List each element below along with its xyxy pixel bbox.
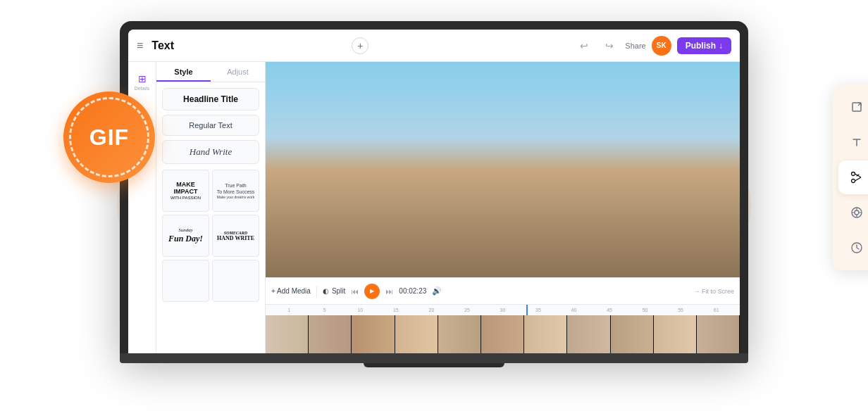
gif-filters-icon	[847, 203, 867, 222]
context-menu-item-trim[interactable]: Trim GIF	[838, 160, 868, 194]
redo-button[interactable]: ↪	[600, 36, 619, 56]
timeline-thumb-1	[266, 315, 309, 353]
add-text-icon	[847, 132, 867, 152]
trim-gif-icon	[847, 167, 867, 187]
tab-adjust[interactable]: Adjust	[211, 62, 265, 82]
undo-button[interactable]: ↩	[574, 36, 594, 56]
context-menu: Resize GIF Add Text Trim GIF	[833, 84, 868, 270]
add-media-button[interactable]: + Add Media	[271, 287, 311, 295]
grid-item-handwrite[interactable]: SOMECARD HAND WRITE	[212, 215, 259, 257]
context-menu-item-filters[interactable]: GIF Filters	[838, 196, 868, 229]
resize-gif-icon	[847, 97, 867, 117]
gif-badge: GIF	[63, 91, 155, 183]
marker-5: 20	[414, 308, 450, 312]
divider	[316, 286, 317, 297]
volume-button[interactable]: 🔊	[432, 286, 442, 296]
top-bar-actions: ↩ ↪ Share SK Publish ↓	[574, 36, 731, 56]
grid-item-truepath[interactable]: True Path To More Success Make your drea…	[212, 170, 259, 212]
text-grid: MAKE IMPACT With Passion True Path To Mo…	[156, 170, 265, 302]
laptop: ≡ Text + ↩ ↪ Share SK Publish ↓	[120, 21, 748, 404]
timeline-cursor	[526, 305, 528, 315]
marker-6: 25	[450, 308, 485, 312]
photo-background	[266, 62, 740, 277]
scene: GIF ≡ Text + ↩ ↪ Share SK Publis	[0, 0, 868, 411]
share-button[interactable]: Share	[625, 42, 645, 50]
canvas-photo	[266, 62, 740, 277]
top-bar: ≡ Text + ↩ ↪ Share SK Publish ↓	[128, 30, 740, 62]
menu-icon[interactable]: ≡	[137, 39, 143, 52]
text-options: Headline Title Regular Text Hand Write	[156, 82, 265, 170]
handwrite-option[interactable]: Hand Write	[162, 140, 259, 164]
marker-9: 40	[556, 308, 592, 312]
app-body: ⊞ Details ⬡ Elements ✎ Draw	[128, 62, 740, 353]
marker-11: 50	[627, 308, 663, 312]
timeline-thumb-4	[395, 315, 438, 353]
add-button[interactable]: +	[352, 37, 368, 54]
sidebar-item-details[interactable]: ⊞ Details	[131, 70, 154, 93]
marker-3: 10	[342, 308, 378, 312]
page-title: Text	[151, 39, 346, 52]
time-display: 00:02:23	[399, 287, 426, 295]
split-button[interactable]: ◐ Split	[323, 287, 345, 295]
tab-style[interactable]: Style	[156, 62, 211, 82]
context-menu-item-speed[interactable]: Adjust Speed	[838, 231, 868, 265]
grid-item-empty1[interactable]	[162, 260, 209, 302]
grid-item-empty2[interactable]	[212, 260, 259, 302]
timeline-markers: 1 5 10 15 20 25 30 35 40 45 50 55	[266, 304, 740, 315]
bottom-bar: + Add Media ◐ Split ⏮ ▶ ⏭ 00:02:23	[266, 277, 740, 304]
timeline-thumb-9	[611, 315, 654, 353]
timeline-thumb-2	[309, 315, 352, 353]
grid-item-funday[interactable]: Sunday Fun Day!	[162, 215, 209, 257]
timeline-thumb-5	[438, 315, 481, 353]
laptop-screen: ≡ Text + ↩ ↪ Share SK Publish ↓	[128, 30, 740, 353]
skip-back-button[interactable]: ⏮	[351, 287, 359, 296]
avatar: SK	[652, 36, 671, 56]
play-button[interactable]: ▶	[364, 284, 380, 299]
marker-4: 15	[378, 308, 414, 312]
svg-point-24	[852, 172, 855, 176]
sidebar-item-label-details: Details	[135, 86, 149, 91]
timeline-thumb-11	[697, 315, 740, 353]
marker-13: 61	[698, 308, 734, 312]
timeline-thumb-10	[654, 315, 697, 353]
timeline-controls: ⏮ ▶ ⏭ 00:02:23	[351, 284, 426, 299]
fit-to-screen-button[interactable]: → Fit to Scree	[693, 288, 734, 295]
timeline-thumb-8	[567, 315, 610, 353]
svg-point-25	[852, 179, 855, 183]
timeline-thumb-7	[524, 315, 567, 353]
timeline-strip	[266, 315, 740, 353]
adjust-speed-icon	[847, 238, 867, 258]
laptop-screen-border: ≡ Text + ↩ ↪ Share SK Publish ↓	[120, 21, 748, 353]
grid-item-impact[interactable]: MAKE IMPACT With Passion	[162, 170, 209, 212]
context-menu-item-addtext[interactable]: Add Text	[838, 125, 868, 159]
context-menu-item-resize[interactable]: Resize GIF	[838, 90, 868, 124]
panel-tabs: Style Adjust	[156, 62, 265, 82]
publish-button[interactable]: Publish ↓	[677, 37, 731, 54]
timeline-thumb-6	[481, 315, 524, 353]
headline-option[interactable]: Headline Title	[162, 88, 259, 110]
marker-12: 55	[663, 308, 699, 312]
details-icon: ⊞	[138, 73, 147, 84]
marker-7: 30	[485, 308, 521, 312]
timeline-thumb-3	[352, 315, 395, 353]
gif-badge-text: GIF	[89, 125, 129, 151]
marker-10: 45	[592, 308, 628, 312]
svg-point-28	[855, 210, 859, 215]
marker-2: 5	[307, 308, 343, 312]
text-panel: Style Adjust Headline Title Regular Text…	[156, 62, 266, 353]
split-icon: ◐	[323, 287, 329, 295]
laptop-base	[120, 353, 748, 363]
canvas-content	[266, 62, 740, 277]
marker-1: 1	[271, 308, 307, 312]
regular-option[interactable]: Regular Text	[162, 115, 259, 136]
skip-fwd-button[interactable]: ⏭	[385, 287, 393, 296]
canvas-area: + Add Media ◐ Split ⏮ ▶ ⏭ 00:02:23	[266, 62, 740, 353]
